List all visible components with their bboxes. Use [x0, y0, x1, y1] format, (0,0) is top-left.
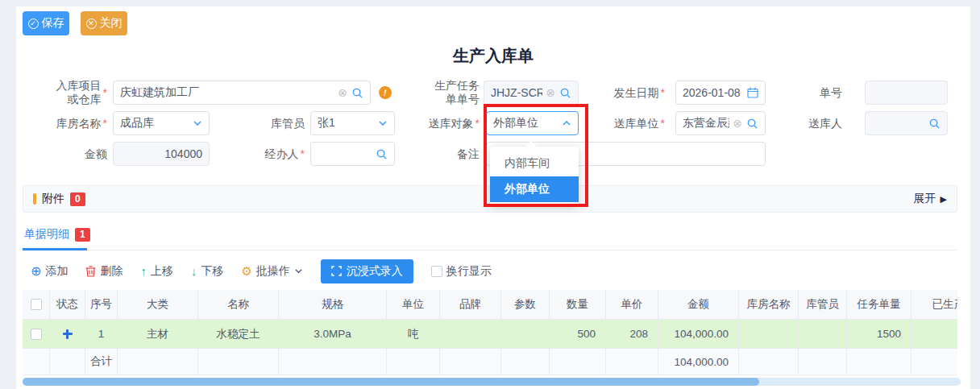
gear-icon: ⚙ [241, 265, 251, 277]
row-unit[interactable]: 吨 [387, 320, 440, 348]
plus-status-icon[interactable] [63, 329, 73, 339]
dropdown-option-internal[interactable]: 内部车间 [490, 151, 579, 176]
col-header: 任务单量 [847, 290, 911, 319]
immersive-entry-button[interactable]: 沉浸式录入 [321, 259, 413, 283]
date-value: 2026-01-08 [683, 86, 743, 99]
clear-icon[interactable]: ⊗ [733, 118, 742, 129]
row-name[interactable]: 水稳定土 [198, 320, 279, 348]
date-label: 发生日期* [604, 81, 665, 105]
save-button[interactable]: ✓ 保存 [23, 11, 69, 35]
col-header: 金额 [658, 290, 739, 319]
search-icon[interactable] [559, 87, 571, 99]
grid-toolbar: ⊕ 添加 删除 ↑ 上移 ↓ 下移 ⚙ 批操作 沉浸式 [23, 259, 957, 283]
target-select[interactable]: 外部单位 [486, 111, 579, 135]
send-unit-field[interactable]: 东营金辰建 ⊗ [675, 111, 766, 135]
task-no-label: 生产任务单单号 [423, 81, 480, 105]
col-header: 参数 [501, 290, 550, 319]
row-keeper[interactable] [799, 320, 847, 348]
arrow-up-icon: ↑ [140, 265, 147, 277]
remark-label: 备注 [435, 142, 480, 166]
tab-detail[interactable]: 单据明细 1 [24, 227, 90, 242]
agent-field[interactable] [310, 142, 395, 166]
x-circle-icon: ✕ [86, 19, 97, 29]
keeper-select[interactable]: 张1 [310, 111, 395, 135]
amount-label: 金额 [24, 142, 107, 166]
row-param[interactable] [501, 320, 550, 348]
select-all-checkbox[interactable] [31, 299, 42, 310]
detail-table: 状态 序号 大类 名称 规格 单位 品牌 参数 数量 单价 金额 库房名称 库管… [23, 290, 957, 377]
triangle-right-icon: ▶ [941, 194, 947, 205]
trash-icon [85, 266, 96, 277]
dropdown-option-external[interactable]: 外部单位 [490, 176, 579, 202]
horizontal-scrollbar-thumb[interactable] [23, 378, 759, 386]
header-checkbox-cell [23, 290, 50, 319]
table-row[interactable]: 1 主材 水稳定土 3.0MPa 吨 500 208 104,000.00 15… [23, 320, 957, 349]
row-warehouse[interactable] [739, 320, 799, 348]
target-label: 送库对象* [419, 111, 480, 135]
sender-field[interactable] [865, 111, 948, 135]
clear-icon[interactable]: ⊗ [546, 87, 555, 98]
amount-value: 104000 [120, 147, 202, 160]
page-title: 生产入库单 [16, 45, 970, 67]
doc-no-field[interactable] [865, 81, 948, 105]
target-value: 外部单位 [493, 116, 558, 130]
row-spec[interactable]: 3.0MPa [279, 320, 387, 348]
page-container: ✓ 保存 ✕ 关闭 生产入库单 入库项目或仓库 * 庆虹建筑加工厂 ⊗ ! 生产… [16, 6, 970, 389]
delete-row-button[interactable]: 删除 [85, 264, 122, 279]
chevron-down-icon[interactable] [378, 118, 388, 128]
send-unit-label: 送库单位* [604, 111, 665, 135]
task-no-value: JHJZ-SCRV [491, 86, 542, 99]
chevron-up-icon[interactable] [562, 118, 571, 128]
search-icon[interactable] [351, 87, 363, 99]
row-brand[interactable] [440, 320, 501, 348]
row-seq: 1 [85, 320, 118, 348]
row-status-cell [50, 320, 85, 348]
warehouse-value: 成品库 [120, 116, 189, 130]
col-header: 数量 [550, 290, 606, 319]
task-no-field[interactable]: JHJZ-SCRV ⊗ [484, 81, 579, 105]
search-icon[interactable] [376, 148, 388, 160]
horizontal-scrollbar[interactable] [23, 378, 961, 386]
col-header: 名称 [198, 290, 279, 319]
clear-icon[interactable]: ⊗ [338, 87, 347, 98]
row-checkbox-cell [23, 320, 50, 348]
batch-ops-button[interactable]: ⚙ 批操作 [241, 264, 302, 279]
arrow-down-icon: ↓ [191, 265, 197, 277]
col-header: 状态 [50, 290, 85, 319]
project-value: 庆虹建筑加工厂 [120, 85, 334, 100]
row-task-qty: 1500 [847, 320, 911, 348]
calendar-icon[interactable] [747, 87, 758, 98]
wrap-checkbox[interactable] [431, 266, 442, 277]
expand-button[interactable]: 展开 ▶ [914, 192, 947, 206]
project-field[interactable]: 庆虹建筑加工厂 ⊗ [113, 81, 371, 105]
close-button[interactable]: ✕ 关闭 [81, 11, 127, 35]
move-up-button[interactable]: ↑ 上移 [140, 264, 173, 279]
add-row-button[interactable]: ⊕ 添加 [31, 264, 68, 279]
search-icon[interactable] [746, 118, 758, 130]
doc-no-label: 单号 [798, 81, 842, 105]
save-button-label: 保存 [42, 16, 64, 31]
row-checkbox[interactable] [31, 329, 42, 340]
row-amount: 104,000.00 [658, 320, 739, 348]
keeper-value: 张1 [318, 116, 374, 130]
amount-field[interactable]: 104000 [113, 142, 210, 166]
date-field[interactable]: 2026-01-08 [675, 81, 766, 105]
chevron-down-icon[interactable] [193, 118, 202, 128]
table-total-row: 合计 104,000.00 [23, 349, 957, 375]
total-label: 合计 [85, 349, 118, 375]
row-qty[interactable]: 500 [550, 320, 606, 348]
col-header: 已生产入库 [911, 290, 957, 319]
search-icon[interactable] [928, 118, 941, 130]
col-header: 单价 [606, 290, 658, 319]
check-circle-icon: ✓ [28, 19, 39, 29]
warehouse-select[interactable]: 成品库 [113, 111, 210, 135]
col-header: 规格 [279, 290, 387, 319]
info-icon[interactable]: ! [378, 85, 393, 101]
row-category[interactable]: 主材 [118, 320, 198, 348]
agent-label: 经办人* [258, 142, 305, 166]
row-price[interactable]: 208 [606, 320, 658, 348]
wrap-display-toggle[interactable]: 换行显示 [431, 264, 492, 279]
move-down-button[interactable]: ↓ 下移 [191, 264, 224, 279]
chevron-down-icon [294, 267, 303, 275]
total-amount: 104,000.00 [658, 349, 739, 375]
